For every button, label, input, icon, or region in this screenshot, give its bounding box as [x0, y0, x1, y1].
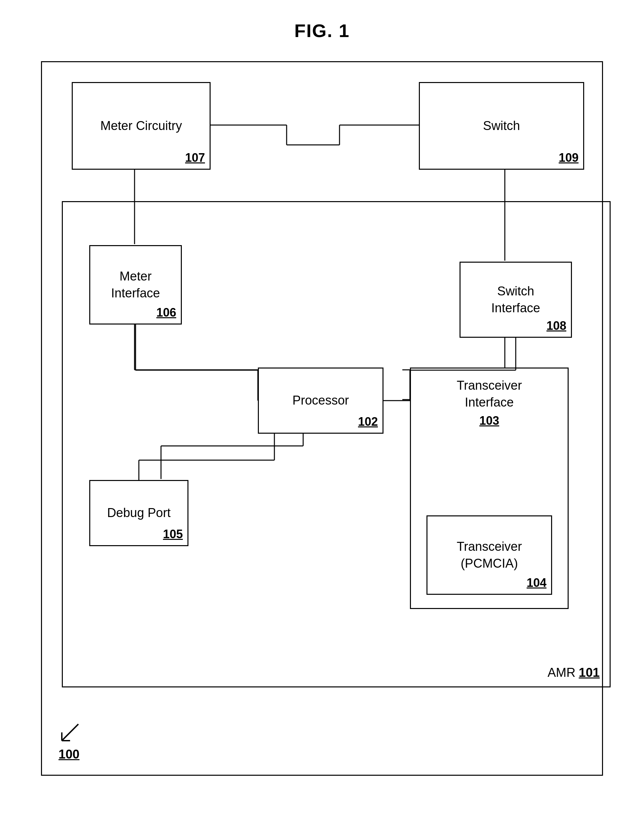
switch-interface-ref: 108: [546, 319, 566, 333]
transceiver-label: Transceiver (PCMCIA): [457, 538, 522, 572]
amr-label: AMR 101: [548, 666, 600, 680]
page-title: FIG. 1: [294, 20, 350, 41]
transceiver-interface-label: Transceiver Interface: [457, 378, 522, 409]
processor-ref: 102: [358, 415, 378, 429]
amr-text: AMR: [548, 666, 575, 680]
switch-top-ref: 109: [559, 151, 579, 165]
meter-circuitry-ref: 107: [185, 151, 205, 165]
transceiver-interface-box: Transceiver Interface 103 Transceiver (P…: [410, 368, 569, 609]
debug-port-box: Debug Port 105: [89, 480, 188, 546]
amr-ref: 101: [579, 666, 600, 680]
processor-label: Processor: [292, 392, 349, 409]
meter-interface-box: Meter Interface 106: [89, 245, 182, 325]
meter-circuitry-box: Meter Circuitry 107: [72, 82, 211, 170]
transceiver-ref: 104: [527, 576, 546, 590]
meter-circuitry-label: Meter Circuitry: [100, 117, 182, 134]
switch-interface-box: Switch Interface 108: [459, 262, 572, 338]
arrow-icon: [59, 721, 85, 747]
debug-port-ref: 105: [163, 527, 183, 541]
transceiver-box: Transceiver (PCMCIA) 104: [426, 515, 552, 595]
switch-top-label: Switch: [483, 117, 520, 134]
meter-interface-ref: 106: [156, 306, 176, 320]
switch-interface-label: Switch Interface: [491, 283, 540, 317]
transceiver-interface-ref: 103: [479, 414, 499, 428]
switch-top-box: Switch 109: [419, 82, 584, 170]
outer-ref-number: 100: [59, 747, 79, 761]
debug-port-label: Debug Port: [107, 504, 171, 521]
processor-box: Processor 102: [258, 368, 384, 434]
amr-box: AMR 101 Meter Interface 106 Switch Inter…: [62, 201, 611, 687]
meter-interface-label: Meter Interface: [111, 268, 160, 302]
figure-ref-area: 100: [59, 721, 85, 761]
